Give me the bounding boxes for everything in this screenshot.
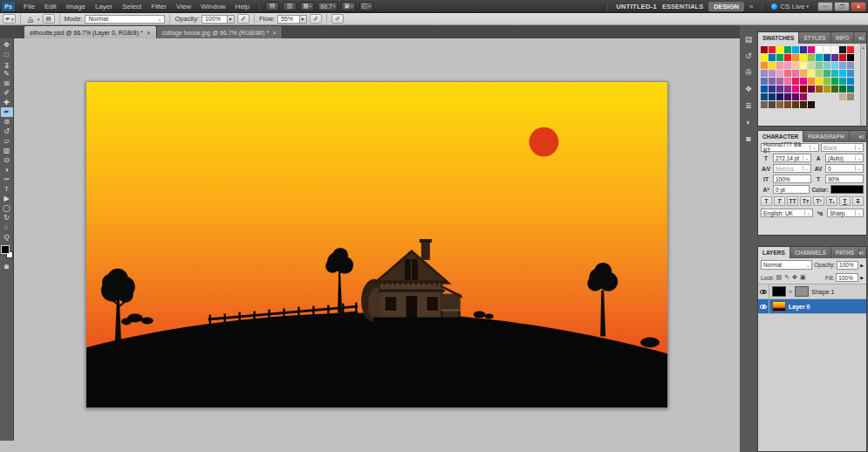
language-select[interactable]: English: UK ⌄ (761, 209, 813, 217)
color-swatch[interactable] (808, 54, 815, 61)
tracking-select[interactable]: 0 ⌄ (825, 164, 864, 173)
3d-icon[interactable]: ❖ (742, 84, 755, 94)
color-swatch[interactable] (792, 86, 799, 92)
type-style-button[interactable]: T₁ (826, 196, 837, 206)
close-button[interactable]: ✕ (851, 2, 866, 11)
color-swatch[interactable] (847, 46, 854, 53)
color-swatch[interactable] (831, 86, 838, 92)
gradient-tool[interactable]: ▥ (1, 146, 13, 155)
close-icon[interactable]: ✕ (147, 30, 151, 36)
color-swatch[interactable] (800, 86, 807, 92)
color-swatch[interactable] (784, 54, 791, 61)
scroll-up-icon[interactable]: ▲ (862, 45, 865, 126)
history-icon[interactable]: ↺ (742, 51, 755, 61)
lock-transparency-icon[interactable]: ▨ (776, 274, 783, 281)
color-swatch[interactable] (831, 70, 838, 77)
color-swatch[interactable] (784, 101, 791, 108)
color-swatch[interactable] (808, 86, 815, 92)
document-canvas[interactable] (85, 81, 668, 408)
color-swatch[interactable] (800, 54, 807, 61)
color-swatch[interactable] (784, 70, 791, 77)
color-swatch[interactable] (769, 86, 776, 92)
color-swatch[interactable] (761, 86, 768, 92)
rotate-view-tool[interactable]: ↻ (1, 213, 13, 223)
type-style-button[interactable]: T¹ (813, 196, 824, 206)
color-swatch[interactable] (800, 93, 807, 100)
color-swatch[interactable] (808, 78, 815, 85)
color-swatch[interactable] (816, 62, 823, 69)
color-swatch[interactable] (800, 46, 807, 53)
panel-tab[interactable]: INFO (831, 32, 855, 44)
color-swatch[interactable] (776, 70, 783, 77)
layer-opacity-input[interactable]: 100% (837, 261, 858, 270)
type-style-button[interactable]: T (839, 196, 851, 206)
color-swatch[interactable] (847, 70, 854, 77)
color-swatch[interactable] (792, 46, 799, 53)
color-swatch[interactable] (776, 46, 783, 53)
menu-item[interactable]: Window (196, 1, 229, 12)
minimize-button[interactable]: — (817, 2, 833, 11)
color-swatch[interactable] (776, 93, 783, 100)
color-swatch[interactable] (784, 62, 791, 69)
lock-position-icon[interactable]: ✥ (792, 274, 797, 281)
color-swatch[interactable] (769, 54, 776, 61)
pressure-opacity-button[interactable]: ✐ (237, 14, 249, 24)
menu-item[interactable]: File (19, 1, 39, 12)
color-swatch[interactable] (816, 70, 823, 77)
view-extras-dropdown[interactable]: ▦▾ (300, 2, 314, 11)
color-swatch[interactable] (769, 46, 776, 53)
quick-mask-button[interactable]: ◙ (1, 262, 13, 271)
color-swatch[interactable] (847, 54, 854, 61)
color-swatch[interactable] (784, 86, 791, 92)
anti-alias-select[interactable]: Sharp ⌄ (827, 209, 864, 217)
color-swatch[interactable] (824, 54, 830, 61)
tool-presets-icon[interactable]: ✇ (742, 67, 755, 78)
arrange-documents-dropdown[interactable]: ▣▾ (341, 2, 355, 11)
fill-slider-button[interactable]: ▶ (860, 275, 864, 280)
color-swatch[interactable] (800, 70, 807, 77)
panel-menu-icon[interactable]: ▾≡ (858, 131, 865, 142)
brush-preset-picker[interactable]: • 10 (25, 15, 35, 24)
screen-mode-dropdown[interactable]: ◱▾ (359, 2, 373, 11)
eyedropper-tool[interactable]: ✐ (1, 88, 13, 98)
vertical-scale-input[interactable]: 100% (773, 175, 811, 183)
color-swatch[interactable] (800, 78, 807, 85)
lock-all-icon[interactable]: ▣ (800, 274, 806, 281)
color-swatch[interactable] (784, 78, 791, 85)
color-swatch[interactable] (831, 46, 838, 53)
color-swatch[interactable] (831, 54, 838, 61)
color-swatch[interactable] (769, 78, 776, 85)
color-swatch[interactable] (847, 93, 854, 100)
panel-tab[interactable]: STYLES (799, 32, 830, 44)
color-swatch[interactable] (784, 46, 791, 53)
color-swatch[interactable] (800, 62, 807, 69)
masks-icon[interactable]: ◙ (742, 134, 755, 144)
layer-row-layer0[interactable]: Layer 0 (758, 299, 866, 314)
type-style-button[interactable]: T (761, 196, 772, 206)
color-swatch[interactable] (824, 62, 830, 69)
color-swatch[interactable] (839, 46, 846, 53)
color-swatch[interactable] (816, 46, 823, 53)
layer-thumbnail[interactable] (772, 301, 786, 312)
color-swatch[interactable] (776, 78, 783, 85)
color-swatch[interactable] (816, 93, 823, 100)
menu-item[interactable]: Help (231, 1, 254, 12)
quick-selection-tool[interactable]: ✎ (1, 69, 13, 79)
color-swatch[interactable] (847, 78, 854, 85)
ellipse-tool[interactable]: ◯ (1, 203, 13, 213)
workspace-essentials[interactable]: ESSENTIALS (662, 3, 703, 10)
menu-item[interactable]: Edit (40, 1, 61, 12)
color-swatch[interactable] (784, 93, 791, 100)
color-swatch[interactable] (776, 62, 783, 69)
document-tab[interactable]: cottage house.jpg @ 66.7% (RGB/8#) * ✕ (157, 26, 283, 38)
rectangular-marquee-tool[interactable]: □ (1, 50, 13, 59)
crop-tool[interactable]: ⊞ (1, 79, 13, 88)
color-swatch[interactable] (769, 62, 776, 69)
layer-name[interactable]: Layer 0 (789, 304, 810, 310)
color-swatch[interactable] (761, 101, 768, 108)
color-swatch[interactable] (808, 70, 815, 77)
flow-slider-button[interactable]: ▶ (300, 15, 307, 24)
layer-row-shape1[interactable]: ∞ Shape 1 (758, 284, 866, 299)
brush-tool[interactable]: ✒ (1, 107, 13, 117)
color-swatch[interactable] (761, 70, 768, 77)
